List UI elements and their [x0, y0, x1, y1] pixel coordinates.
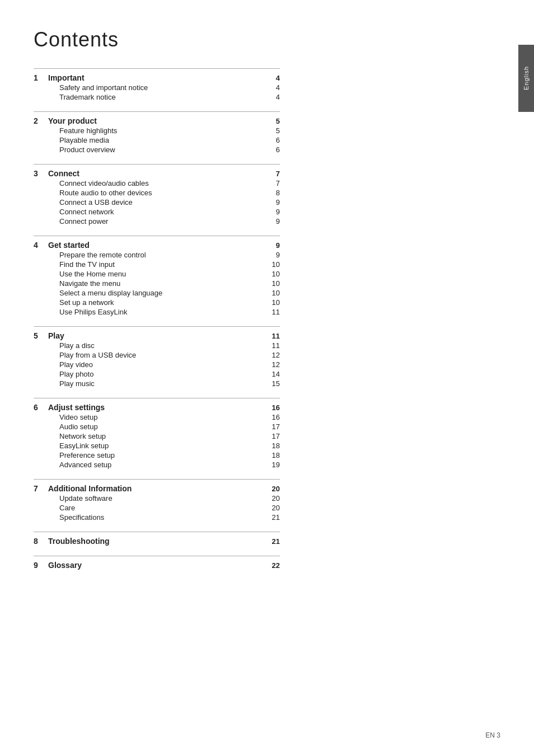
toc-sub-entry-6-3: EasyLink setup 18: [34, 442, 280, 450]
entry-sub-page: 10: [263, 279, 280, 288]
entry-page-2: 5: [263, 117, 280, 125]
entry-sub-label: Feature highlights: [45, 126, 263, 135]
entry-sub-page: 9: [263, 198, 280, 206]
toc-sub-entry-4-2: Use the Home menu 10: [34, 270, 280, 278]
entry-num-9: 9: [34, 561, 45, 570]
toc-main-entry-8: 8 Troubleshooting 21: [34, 537, 280, 546]
toc-sub-entry-6-2: Network setup 17: [34, 432, 280, 440]
toc-sub-entry-6-1: Audio setup 17: [34, 422, 280, 431]
entry-sub-page: 11: [263, 341, 280, 350]
entry-sub-label: Set up a network: [45, 298, 263, 307]
toc-divider-3: [34, 164, 280, 165]
entry-sub-label: Advanced setup: [45, 461, 263, 469]
toc-section-7: 7 Additional Information 20 Update softw…: [34, 479, 280, 522]
side-tab: English: [518, 45, 534, 112]
entry-page-5: 11: [263, 332, 280, 340]
entry-page-1: 4: [263, 74, 280, 82]
toc-sub-entry-7-2: Specifications 21: [34, 513, 280, 522]
toc-sub-entry-4-0: Prepare the remote control 9: [34, 251, 280, 259]
entry-sub-page: 17: [263, 432, 280, 440]
toc-main-entry-7: 7 Additional Information 20: [34, 484, 280, 493]
toc-divider-2: [34, 111, 280, 112]
entry-title-2: Your product: [45, 116, 263, 125]
toc-sub-entry-4-6: Use Philips EasyLink 11: [34, 308, 280, 316]
entry-num-8: 8: [34, 537, 45, 546]
entry-sub-label: Select a menu display language: [45, 289, 263, 297]
entry-title-3: Connect: [45, 169, 263, 178]
entry-sub-page: 17: [263, 422, 280, 431]
toc-section-3: 3 Connect 7 Connect video/audio cables 7…: [34, 164, 280, 226]
entry-num-2: 2: [34, 116, 45, 125]
toc-sub-entry-7-1: Care 20: [34, 504, 280, 512]
toc-sub-entry-2-1: Playable media 6: [34, 136, 280, 144]
entry-sub-page: 9: [263, 208, 280, 216]
entry-sub-page: 20: [263, 494, 280, 503]
entry-num-1: 1: [34, 73, 45, 82]
toc-sub-entry-4-1: Find the TV input 10: [34, 260, 280, 269]
toc-sub-entry-7-0: Update software 20: [34, 494, 280, 503]
toc-main-entry-5: 5 Play 11: [34, 331, 280, 340]
entry-sub-page: 14: [263, 370, 280, 378]
toc-main-entry-6: 6 Adjust settings 16: [34, 403, 280, 412]
entry-sub-page: 10: [263, 298, 280, 307]
entry-sub-label: Video setup: [45, 413, 263, 421]
entry-sub-page: 19: [263, 461, 280, 469]
entry-page-3: 7: [263, 170, 280, 178]
entry-page-7: 20: [263, 485, 280, 493]
toc-divider-1: [34, 68, 280, 69]
entry-sub-page: 10: [263, 270, 280, 278]
toc-sub-entry-6-5: Advanced setup 19: [34, 461, 280, 469]
toc-section-5: 5 Play 11 Play a disc 11 Play from a USB…: [34, 326, 280, 388]
entry-page-9: 22: [263, 561, 280, 570]
toc-main-entry-1: 1 Important 4: [34, 73, 280, 82]
entry-page-8: 21: [263, 537, 280, 546]
entry-sub-page: 18: [263, 451, 280, 459]
toc-sub-entry-6-0: Video setup 16: [34, 413, 280, 421]
toc-sub-entry-1-1: Trademark notice 4: [34, 93, 280, 101]
toc-sub-entry-5-0: Play a disc 11: [34, 341, 280, 350]
entry-sub-label: Care: [45, 504, 263, 512]
toc-sub-entry-3-0: Connect video/audio cables 7: [34, 179, 280, 187]
toc-divider-7: [34, 479, 280, 480]
entry-sub-page: 10: [263, 289, 280, 297]
entry-title-6: Adjust settings: [45, 403, 263, 412]
toc-sub-entry-5-2: Play video 12: [34, 360, 280, 369]
entry-page-4: 9: [263, 241, 280, 250]
entry-sub-label: Connect network: [45, 208, 263, 216]
entry-sub-label: Play video: [45, 360, 263, 369]
toc-sub-entry-4-4: Select a menu display language 10: [34, 289, 280, 297]
toc-sub-entry-3-2: Connect a USB device 9: [34, 198, 280, 206]
entry-sub-label: Use the Home menu: [45, 270, 263, 278]
entry-sub-page: 10: [263, 260, 280, 269]
entry-sub-page: 21: [263, 513, 280, 522]
entry-sub-label: Play a disc: [45, 341, 263, 350]
toc-divider-5: [34, 326, 280, 327]
entry-sub-label: Specifications: [45, 513, 263, 522]
entry-num-4: 4: [34, 241, 45, 250]
entry-title-9: Glossary: [45, 561, 263, 570]
entry-sub-page: 9: [263, 217, 280, 226]
toc-main-entry-2: 2 Your product 5: [34, 116, 280, 125]
toc-sub-entry-4-3: Navigate the menu 10: [34, 279, 280, 288]
entry-title-8: Troubleshooting: [45, 537, 263, 546]
entry-sub-label: Trademark notice: [45, 93, 263, 101]
entry-sub-label: Playable media: [45, 136, 263, 144]
toc-sub-entry-6-4: Preference setup 18: [34, 451, 280, 459]
entry-sub-label: Find the TV input: [45, 260, 263, 269]
entry-sub-label: Play photo: [45, 370, 263, 378]
toc-divider-4: [34, 236, 280, 236]
toc-sub-entry-3-1: Route audio to other devices 8: [34, 189, 280, 197]
entry-sub-page: 15: [263, 379, 280, 388]
toc-section-6: 6 Adjust settings 16 Video setup 16 Audi…: [34, 398, 280, 469]
entry-page-6: 16: [263, 403, 280, 412]
toc-sub-entry-3-4: Connect power 9: [34, 217, 280, 226]
toc-section-1: 1 Important 4 Safety and important notic…: [34, 68, 280, 101]
entry-sub-page: 4: [263, 93, 280, 101]
entry-sub-label: Update software: [45, 494, 263, 503]
entry-title-7: Additional Information: [45, 484, 263, 493]
entry-sub-page: 5: [263, 126, 280, 135]
toc-container: 1 Important 4 Safety and important notic…: [34, 68, 280, 570]
toc-section-9: 9 Glossary 22: [34, 556, 280, 570]
entry-sub-page: 4: [263, 83, 280, 92]
entry-sub-label: Network setup: [45, 432, 263, 440]
